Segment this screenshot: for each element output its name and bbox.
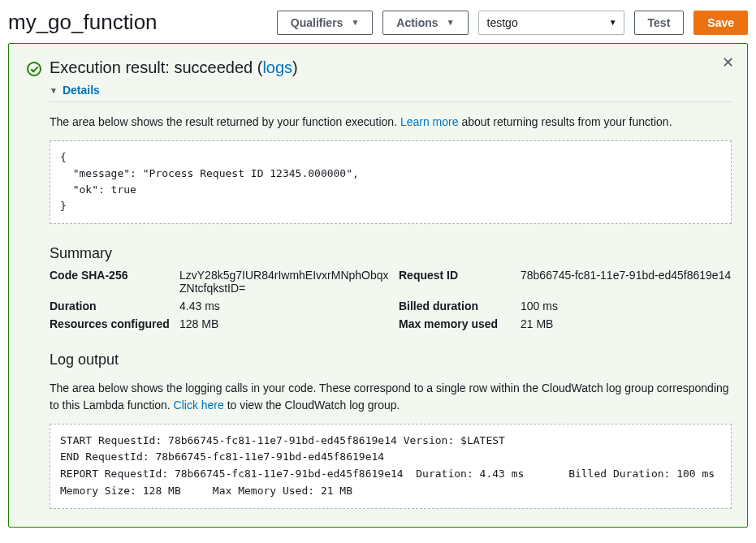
- learn-more-link[interactable]: Learn more: [400, 115, 459, 128]
- save-button[interactable]: Save: [693, 11, 748, 35]
- qualifiers-label: Qualifiers: [291, 16, 343, 29]
- test-button-label: Test: [648, 16, 671, 29]
- success-check-icon: [27, 62, 41, 76]
- status-prefix: Execution result:: [50, 58, 174, 76]
- request-id-value: 78b66745-fc81-11e7-91bd-ed45f8619e14: [521, 269, 732, 295]
- actions-dropdown[interactable]: Actions ▼: [382, 11, 468, 35]
- execution-status-title: Execution result: succeeded (logs): [50, 58, 732, 77]
- response-json-box: { "message": "Process Request ID 12345.0…: [50, 140, 732, 224]
- details-toggle[interactable]: ▼ Details: [50, 84, 732, 102]
- log-intro-text: The area below shows the logging calls i…: [50, 380, 732, 414]
- test-button[interactable]: Test: [634, 11, 685, 35]
- max-memory-label: Max memory used: [399, 317, 512, 330]
- caret-down-icon: ▼: [609, 18, 617, 27]
- log-output-heading: Log output: [50, 351, 732, 368]
- caret-down-icon: ▼: [447, 18, 455, 27]
- close-icon[interactable]: ✕: [722, 55, 734, 70]
- request-id-label: Request ID: [399, 269, 512, 295]
- billed-duration-value: 100 ms: [521, 300, 732, 312]
- result-intro-after: about returning results from your functi…: [459, 115, 672, 128]
- click-here-link[interactable]: Click here: [174, 399, 224, 412]
- max-memory-value: 21 MB: [521, 317, 732, 330]
- test-event-select[interactable]: testgo ▼: [478, 11, 624, 35]
- logs-link[interactable]: logs: [262, 58, 292, 76]
- resources-configured-value: 128 MB: [179, 317, 391, 330]
- code-sha-label: Code SHA-256: [50, 269, 171, 295]
- caret-down-icon: ▼: [351, 18, 359, 27]
- result-intro-before: The area below shows the result returned…: [50, 115, 400, 128]
- duration-label: Duration: [50, 300, 171, 312]
- result-intro-text: The area below shows the result returned…: [50, 114, 732, 131]
- summary-grid: Code SHA-256 LzvY28k5g7IUR84rIwmhEIvxrMN…: [50, 269, 732, 330]
- details-label: Details: [63, 84, 100, 97]
- actions-label: Actions: [396, 16, 438, 29]
- triangle-down-icon: ▼: [50, 86, 58, 95]
- code-sha-value: LzvY28k5g7IUR84rIwmhEIvxrMNphObqxZNtcfqk…: [179, 269, 391, 295]
- function-name: my_go_function: [8, 10, 158, 35]
- billed-duration-label: Billed duration: [399, 300, 512, 312]
- resources-configured-label: Resources configured: [50, 317, 171, 330]
- execution-result-panel: ✕ Execution result: succeeded (logs) ▼ D…: [8, 43, 748, 528]
- header-bar: my_go_function Qualifiers ▼ Actions ▼ te…: [8, 8, 748, 43]
- test-event-selected: testgo: [487, 16, 518, 29]
- status-word: succeeded: [174, 58, 253, 76]
- duration-value: 4.43 ms: [179, 300, 391, 312]
- log-output-box: START RequestId: 78b66745-fc81-11e7-91bd…: [50, 424, 732, 509]
- qualifiers-dropdown[interactable]: Qualifiers ▼: [277, 11, 374, 35]
- save-button-label: Save: [707, 16, 734, 29]
- log-intro-after: to view the CloudWatch log group.: [224, 399, 400, 412]
- summary-heading: Summary: [50, 245, 732, 262]
